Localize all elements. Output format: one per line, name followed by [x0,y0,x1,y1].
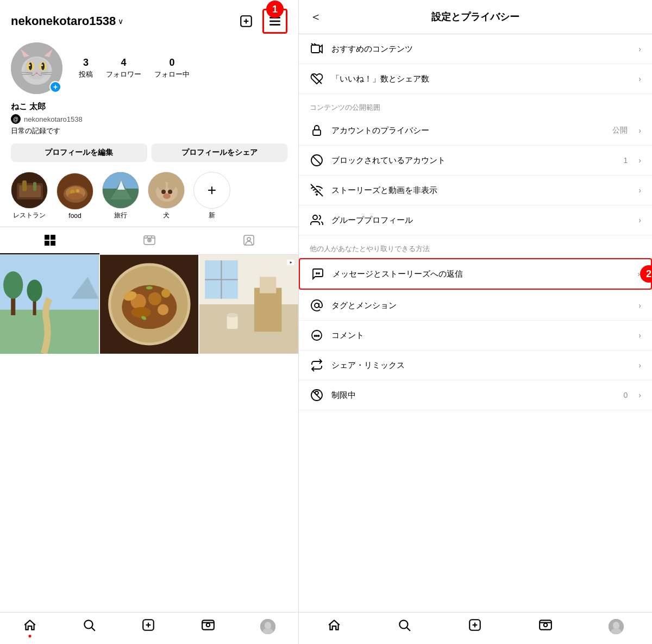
stat-following[interactable]: 0 フォロー中 [154,57,190,79]
profile-buttons: プロフィールを編集 プロフィールをシェア [0,140,298,165]
chevron-right-icon-restrict: › [638,391,641,399]
edit-profile-button[interactable]: プロフィールを編集 [11,143,147,162]
add-post-button[interactable] [236,11,256,31]
nav-search[interactable] [82,618,96,635]
svg-point-111 [318,273,319,274]
svg-point-90 [84,620,92,628]
svg-line-91 [92,628,95,631]
highlight-item-new[interactable]: + 新 [193,172,230,220]
section-label-visibility: コンテンツの公開範囲 [299,94,652,116]
settings-header: ＜ 設定とプライバシー [299,0,652,34]
settings-item-tags[interactable]: タグとメンション › [299,291,652,321]
svg-point-99 [265,622,271,629]
nav-home[interactable] [23,618,37,635]
svg-line-107 [313,157,321,164]
tab-tagged[interactable] [199,227,298,254]
settings-item-blocked[interactable]: ブロックされているアカウント 1 › [299,146,652,176]
threads-handle: @ nekonekotaro1538 [0,113,298,125]
tags-text: タグとメンション [331,301,631,311]
privacy-text: アカウントのプライバシー [331,126,605,136]
svg-line-118 [313,391,321,399]
hamburger-button-container: 1 [262,9,287,34]
svg-point-96 [206,623,210,627]
settings-item-privacy[interactable]: アカウントのプライバシー 公開 › [299,116,652,146]
chevron-right-icon-blocked: › [638,156,641,165]
chevron-right-icon-comments: › [638,331,641,340]
nav-reels-right[interactable] [538,618,553,635]
highlight-item-dog[interactable]: 犬 [148,172,185,220]
settings-item-mute[interactable]: ストーリーズと動画を非表示 › [299,176,652,205]
share-profile-button[interactable]: プロフィールをシェア [152,143,288,162]
settings-item-comments[interactable]: コメント › [299,321,652,351]
highlight-item-restaurant[interactable]: レストラン [11,172,48,220]
nav-add-right[interactable] [468,618,482,635]
photo-cell-3[interactable] [199,255,298,354]
svg-point-34 [68,193,83,199]
photo-cell-2[interactable] [100,255,199,354]
svg-point-66 [27,279,42,301]
settings-item-recommended[interactable]: おすすめのコンテンツ › [299,34,652,64]
settings-item-likes[interactable]: 「いいね！」数とシェア数 › [299,64,652,94]
highlights-row: レストラン food [0,165,298,227]
nav-reels[interactable] [201,618,215,635]
username-chevron[interactable]: ∨ [118,17,123,26]
highlight-circle-dog [148,172,185,209]
nav-profile[interactable] [260,619,275,634]
settings-item-remix[interactable]: シェア・リミックス › [299,351,652,380]
svg-rect-28 [33,182,36,191]
chevron-right-icon-tags: › [638,301,641,310]
mute-icon [310,183,324,197]
highlight-label-food: food [68,212,81,220]
bottom-nav-left [0,612,298,644]
highlight-item-food[interactable]: food [57,173,93,220]
mention-icon [310,298,324,312]
svg-point-89 [227,313,238,317]
tab-reels[interactable] [99,227,199,254]
restrict-text: 制限中 [331,390,616,401]
header-icons: 1 [236,9,287,34]
svg-point-116 [318,335,319,336]
bio: 日常の記録です [0,125,298,140]
nav-add[interactable] [141,618,155,635]
stat-followers[interactable]: 4 フォロワー [106,57,141,79]
svg-rect-48 [45,235,49,240]
svg-point-59 [247,237,250,241]
svg-rect-81 [199,304,298,354]
highlight-new-circle[interactable]: + [193,172,230,209]
svg-point-110 [316,273,317,274]
settings-item-messages[interactable]: メッセージとストーリーズへの返信 › 2 [299,258,652,290]
settings-item-group[interactable]: グループプロフィール › [299,205,652,235]
tab-grid[interactable] [0,227,99,254]
chevron-right-icon-privacy: › [638,126,641,135]
svg-point-15 [29,62,32,70]
reel-icon [286,258,295,269]
svg-line-121 [407,628,410,631]
highlight-label-dog: 犬 [163,211,170,220]
message-icon [311,267,325,281]
svg-point-126 [543,623,547,627]
svg-point-73 [148,292,161,305]
chevron-right-icon-mute: › [638,186,641,195]
photo-cell-1[interactable] [0,255,99,354]
svg-rect-105 [313,130,321,135]
nav-profile-right[interactable] [609,619,624,634]
settings-item-restrict[interactable]: 制限中 0 › [299,380,652,410]
svg-rect-27 [22,180,27,191]
stat-posts: 3 投稿 [79,57,93,79]
recommended-text: おすすめのコンテンツ [331,44,631,54]
right-panel: ＜ 設定とプライバシー おすすめのコンテンツ › [299,0,652,644]
avatar-add-button[interactable]: + [49,81,61,93]
svg-point-120 [400,620,408,628]
svg-point-119 [315,391,318,395]
avatar-container: + [11,42,62,94]
highlight-item-travel[interactable]: 旅行 [102,172,139,220]
back-button[interactable]: ＜ [310,9,322,25]
svg-rect-101 [311,45,319,53]
highlight-circle-restaurant [11,172,48,209]
following-count: 0 [169,57,174,68]
highlight-label-travel: 旅行 [114,211,127,220]
nav-home-right[interactable] [327,618,341,635]
svg-point-109 [313,215,317,220]
nav-search-right[interactable] [397,618,411,635]
svg-point-46 [168,190,172,194]
